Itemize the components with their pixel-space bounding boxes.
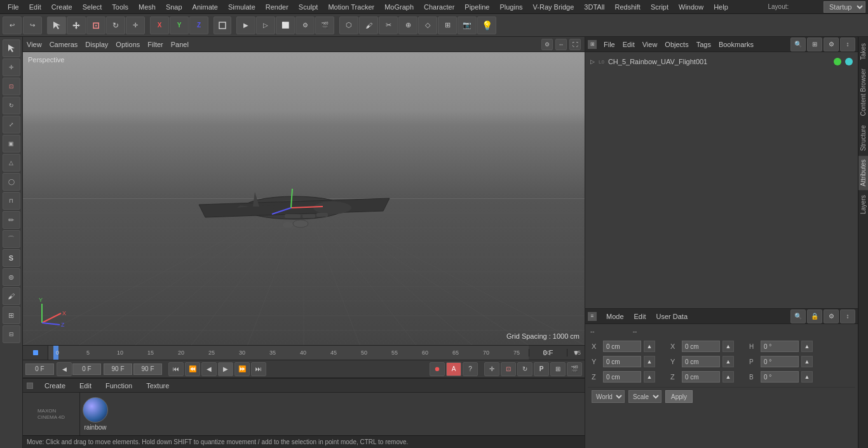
play-back-btn[interactable]: ◀: [201, 362, 217, 376]
p-tool-btn[interactable]: P: [534, 362, 549, 376]
search-objects-btn[interactable]: 🔍: [790, 37, 806, 51]
menu-3dtall[interactable]: 3DTAll: [579, 2, 609, 12]
coord-x-pos-up[interactable]: ▲: [644, 341, 655, 352]
move-tool-button[interactable]: [67, 17, 86, 34]
viewport-menu-panel[interactable]: Panel: [171, 41, 189, 48]
y-axis-button[interactable]: Y: [170, 17, 189, 34]
rotate-tool2-btn[interactable]: ↻: [517, 362, 532, 376]
viewport-menu-view[interactable]: View: [27, 41, 42, 48]
menu-pipeline[interactable]: Pipeline: [459, 2, 494, 12]
coord-b-input[interactable]: [761, 371, 799, 383]
sidebar-rotate-btn[interactable]: ↻: [3, 97, 20, 114]
scale-tool2-btn[interactable]: ⊡: [501, 362, 516, 376]
coord-x-rot-input[interactable]: [682, 341, 720, 352]
transform-tool-button[interactable]: ✛: [126, 17, 145, 34]
frame-settings-button[interactable]: 🎬: [315, 17, 334, 34]
tab-edit[interactable]: Edit: [620, 39, 638, 50]
coord-x-rot-up[interactable]: ▲: [722, 341, 734, 352]
play-forward-btn[interactable]: ▶: [218, 362, 233, 376]
goto-end-btn[interactable]: ⏭: [251, 362, 266, 376]
step-back-btn[interactable]: ⏪: [185, 362, 200, 376]
coord-h-input[interactable]: [761, 341, 799, 352]
apply-button[interactable]: Apply: [665, 390, 693, 403]
menu-select[interactable]: Select: [78, 2, 107, 12]
layout-selector[interactable]: Startup: [824, 1, 865, 13]
coord-x-pos-input[interactable]: [603, 341, 641, 352]
sidebar-scale-btn[interactable]: ⊡: [3, 78, 20, 95]
sidebar-paint-btn[interactable]: 🖌: [3, 287, 20, 305]
viewport-menu-cameras[interactable]: Cameras: [50, 41, 78, 48]
sidebar-sculpt-btn[interactable]: ⊚: [3, 268, 20, 286]
coord-y-pos-up[interactable]: ▲: [644, 356, 655, 367]
menu-help[interactable]: Help: [709, 2, 733, 12]
vtab-takes[interactable]: Takes: [858, 39, 868, 64]
timeline-ruler[interactable]: 0 5 10 15 20 25 30 35 40 45 50 55 60 65 …: [48, 346, 529, 360]
attr-tab-edit[interactable]: Edit: [631, 311, 649, 322]
undo-button[interactable]: ↩: [3, 17, 22, 34]
menu-snap[interactable]: Snap: [161, 2, 187, 12]
menu-vray[interactable]: V-Ray Bridge: [528, 2, 580, 12]
coord-z-pos-up[interactable]: ▲: [644, 371, 655, 383]
menu-edit[interactable]: Edit: [24, 2, 46, 12]
sidebar-pen-btn[interactable]: ✏: [3, 211, 20, 229]
coord-p-up[interactable]: ▲: [801, 356, 813, 367]
bp-menu-texture[interactable]: Texture: [142, 381, 173, 391]
menu-mesh[interactable]: Mesh: [133, 2, 161, 12]
attr-search-btn[interactable]: 🔍: [790, 309, 806, 323]
goto-start-btn[interactable]: ⏮: [168, 362, 184, 376]
render-view-button[interactable]: ▶: [236, 17, 255, 34]
coord-y-rot-up[interactable]: ▲: [722, 356, 734, 367]
end-frame-input[interactable]: [104, 363, 132, 375]
coord-y-rot-input[interactable]: [682, 356, 720, 367]
attr-lock-btn[interactable]: 🔒: [807, 309, 822, 323]
coord-system-select[interactable]: World: [592, 390, 625, 403]
menu-create[interactable]: Create: [46, 2, 78, 12]
object-item-uav[interactable]: ▷ L0 CH_5_Rainbow_UAV_Flight001: [588, 55, 855, 69]
attr-tab-mode[interactable]: Mode: [603, 311, 627, 322]
coord-z-rot-up[interactable]: ▲: [722, 371, 734, 383]
step-forward-btn[interactable]: ⏩: [234, 362, 250, 376]
viewport-menu-filter[interactable]: Filter: [147, 41, 163, 48]
coord-h-up[interactable]: ▲: [801, 341, 813, 352]
viewport-canvas[interactable]: X Y Z Perspective Grid Spacing : 1000 cm: [23, 52, 585, 345]
viewport-menu-display[interactable]: Display: [85, 41, 108, 48]
coord-b-up[interactable]: ▲: [801, 371, 813, 383]
menu-redshift[interactable]: Redshift: [610, 2, 646, 12]
sidebar-grid2-btn[interactable]: ⊟: [3, 325, 20, 343]
sort-objects-btn[interactable]: ⊞: [807, 37, 822, 51]
bp-menu-create[interactable]: Create: [41, 381, 69, 391]
bp-menu-function[interactable]: Function: [102, 381, 136, 391]
menu-script[interactable]: Script: [646, 2, 674, 12]
menu-render[interactable]: Render: [261, 2, 294, 12]
coord-z-rot-input[interactable]: [682, 371, 720, 383]
filter-objects-btn[interactable]: ⚙: [824, 37, 839, 51]
expand-objects-btn[interactable]: ↕: [840, 37, 855, 51]
move-tool2-btn[interactable]: ✛: [484, 362, 499, 376]
menu-sculpt[interactable]: Sculpt: [294, 2, 323, 12]
menu-window[interactable]: Window: [674, 2, 709, 12]
x-axis-button[interactable]: X: [150, 17, 169, 34]
menu-file[interactable]: File: [3, 2, 24, 12]
object-mode-button[interactable]: [214, 17, 231, 34]
sidebar-s-btn[interactable]: S: [3, 249, 20, 267]
menu-plugins[interactable]: Plugins: [494, 2, 527, 12]
scale-tool-button[interactable]: ⊡: [86, 17, 105, 34]
rotate-tool-button[interactable]: ↻: [106, 17, 125, 34]
question-btn[interactable]: ?: [463, 362, 478, 376]
sidebar-cursor-btn[interactable]: [3, 39, 20, 57]
camera-btn[interactable]: 📷: [458, 17, 477, 34]
grid-btn[interactable]: ⊞: [438, 17, 457, 34]
record-btn[interactable]: ⏺: [430, 362, 445, 376]
menu-character[interactable]: Character: [419, 2, 459, 12]
transform-mode-select[interactable]: Scale: [628, 390, 661, 403]
z-axis-button[interactable]: Z: [189, 17, 208, 34]
grid-tool-btn[interactable]: ⊞: [550, 362, 566, 376]
render-settings-button[interactable]: ⚙: [295, 17, 315, 34]
sidebar-obj4-btn[interactable]: ⊓: [3, 192, 20, 210]
paint-btn[interactable]: 🖌: [359, 17, 378, 34]
tab-file[interactable]: File: [600, 39, 618, 50]
vtab-structure[interactable]: Structure: [858, 121, 868, 155]
perspective-btn[interactable]: ⬡: [339, 17, 358, 34]
attr-settings-btn[interactable]: ⚙: [824, 309, 839, 323]
sidebar-obj2-btn[interactable]: △: [3, 154, 20, 172]
